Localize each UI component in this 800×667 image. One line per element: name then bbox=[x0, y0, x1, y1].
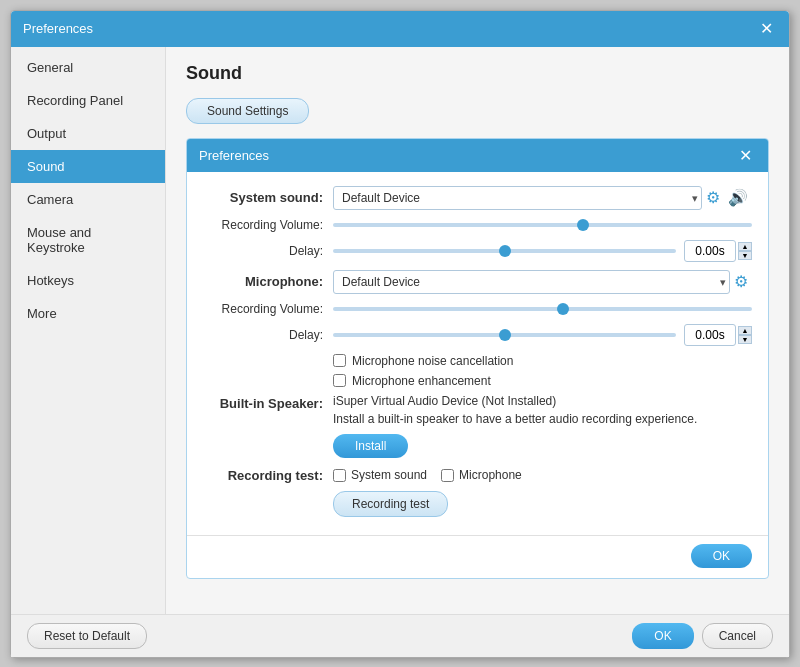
system-recording-volume-row: Recording Volume: bbox=[203, 218, 752, 232]
install-button[interactable]: Install bbox=[333, 434, 408, 458]
main-area: Sound Sound Settings Preferences ✕ Syste… bbox=[166, 47, 789, 614]
recording-test-microphone: Microphone bbox=[441, 468, 522, 482]
pref-dialog-footer: OK bbox=[187, 535, 768, 578]
preferences-dialog: Preferences ✕ System sound: Default Devi… bbox=[186, 138, 769, 579]
sound-settings-button[interactable]: Sound Settings bbox=[186, 98, 309, 124]
mic-delay-down[interactable]: ▼ bbox=[738, 335, 752, 344]
system-recording-volume-label: Recording Volume: bbox=[203, 218, 333, 232]
recording-test-mic-checkbox[interactable] bbox=[441, 469, 454, 482]
pref-dialog-title-bar: Preferences ✕ bbox=[187, 139, 768, 172]
mic-delay-input-wrap: ▲ ▼ bbox=[684, 324, 752, 346]
system-delay-slider[interactable] bbox=[333, 249, 676, 253]
sidebar-item-recording-panel[interactable]: Recording Panel bbox=[11, 84, 165, 117]
built-in-description: Install a built-in speaker to have a bet… bbox=[333, 412, 752, 426]
system-delay-spinners: ▲ ▼ bbox=[738, 242, 752, 260]
system-sound-settings-icon[interactable]: ⚙ bbox=[702, 186, 724, 209]
system-volume-slider[interactable] bbox=[333, 223, 752, 227]
sidebar-item-camera[interactable]: Camera bbox=[11, 183, 165, 216]
system-volume-slider-wrap bbox=[333, 223, 752, 227]
system-delay-input-wrap: ▲ ▼ bbox=[684, 240, 752, 262]
microphone-row: Microphone: Default Device ▾ ⚙ bbox=[203, 270, 752, 294]
recording-test-system-checkbox[interactable] bbox=[333, 469, 346, 482]
built-in-speaker-row: Built-in Speaker: iSuper Virtual Audio D… bbox=[203, 394, 752, 458]
title-bar-title: Preferences bbox=[23, 21, 93, 36]
system-sound-volume-icon[interactable]: 🔊 bbox=[724, 186, 752, 209]
mic-recording-volume-row: Recording Volume: bbox=[203, 302, 752, 316]
footer-ok-button[interactable]: OK bbox=[632, 623, 693, 649]
mic-delay-slider[interactable] bbox=[333, 333, 676, 337]
noise-cancellation-checkbox[interactable] bbox=[333, 354, 346, 367]
window-body: GeneralRecording PanelOutputSoundCameraM… bbox=[11, 47, 789, 614]
reset-to-default-button[interactable]: Reset to Default bbox=[27, 623, 147, 649]
system-delay-input[interactable] bbox=[684, 240, 736, 262]
section-title: Sound bbox=[186, 63, 769, 84]
recording-test-system-sound: System sound bbox=[333, 468, 427, 482]
system-delay-down[interactable]: ▼ bbox=[738, 251, 752, 260]
built-in-speaker-label: Built-in Speaker: bbox=[203, 394, 333, 411]
microphone-select-wrap: Default Device ▾ bbox=[333, 270, 730, 294]
system-sound-label: System sound: bbox=[203, 190, 333, 205]
mic-volume-slider-wrap bbox=[333, 307, 752, 311]
title-bar: Preferences ✕ bbox=[11, 11, 789, 47]
mic-enhancement-row: Microphone enhancement bbox=[333, 374, 752, 388]
sidebar-item-mouse[interactable]: Mouse and Keystroke bbox=[11, 216, 165, 264]
recording-test-btn-row: Recording test bbox=[333, 491, 752, 517]
recording-test-button[interactable]: Recording test bbox=[333, 491, 448, 517]
system-delay-up[interactable]: ▲ bbox=[738, 242, 752, 251]
built-in-speaker-content: iSuper Virtual Audio Device (Not Install… bbox=[333, 394, 752, 458]
pref-dialog-ok-button[interactable]: OK bbox=[691, 544, 752, 568]
mic-delay-up[interactable]: ▲ bbox=[738, 326, 752, 335]
microphone-settings-icon[interactable]: ⚙ bbox=[730, 270, 752, 293]
mic-delay-spinners: ▲ ▼ bbox=[738, 326, 752, 344]
sidebar-item-hotkeys[interactable]: Hotkeys bbox=[11, 264, 165, 297]
pref-dialog-title: Preferences bbox=[199, 148, 269, 163]
mic-volume-slider[interactable] bbox=[333, 307, 752, 311]
noise-cancellation-label: Microphone noise cancellation bbox=[352, 354, 513, 368]
preferences-window: Preferences ✕ GeneralRecording PanelOutp… bbox=[10, 10, 790, 658]
mic-recording-volume-label: Recording Volume: bbox=[203, 302, 333, 316]
footer-right: OK Cancel bbox=[632, 623, 773, 649]
recording-test-mic-label: Microphone bbox=[459, 468, 522, 482]
system-delay-row: Delay: ▲ ▼ bbox=[203, 240, 752, 262]
sidebar-item-sound[interactable]: Sound bbox=[11, 150, 165, 183]
mic-enhancement-checkbox[interactable] bbox=[333, 374, 346, 387]
recording-test-label: Recording test: bbox=[203, 468, 333, 483]
window-footer: Reset to Default OK Cancel bbox=[11, 614, 789, 657]
system-delay-slider-wrap bbox=[333, 249, 676, 253]
pref-dialog-close-button[interactable]: ✕ bbox=[735, 146, 756, 165]
mic-delay-input[interactable] bbox=[684, 324, 736, 346]
recording-test-checks: System sound Microphone bbox=[333, 468, 522, 482]
sidebar-item-more[interactable]: More bbox=[11, 297, 165, 330]
microphone-select[interactable]: Default Device bbox=[333, 270, 730, 294]
mic-enhancement-label: Microphone enhancement bbox=[352, 374, 491, 388]
mic-delay-label: Delay: bbox=[203, 328, 333, 342]
built-in-device-text: iSuper Virtual Audio Device (Not Install… bbox=[333, 394, 752, 408]
system-sound-select[interactable]: Default Device bbox=[333, 186, 702, 210]
sidebar-item-output[interactable]: Output bbox=[11, 117, 165, 150]
sidebar: GeneralRecording PanelOutputSoundCameraM… bbox=[11, 47, 166, 614]
noise-cancellation-row: Microphone noise cancellation bbox=[333, 354, 752, 368]
system-delay-label: Delay: bbox=[203, 244, 333, 258]
system-sound-row: System sound: Default Device ▾ ⚙ 🔊 bbox=[203, 186, 752, 210]
recording-test-system-label: System sound bbox=[351, 468, 427, 482]
window-close-button[interactable]: ✕ bbox=[756, 21, 777, 37]
mic-delay-row: Delay: ▲ ▼ bbox=[203, 324, 752, 346]
microphone-label: Microphone: bbox=[203, 274, 333, 289]
footer-cancel-button[interactable]: Cancel bbox=[702, 623, 773, 649]
recording-test-row: Recording test: System sound Microphone bbox=[203, 468, 752, 483]
system-sound-select-wrap: Default Device ▾ bbox=[333, 186, 702, 210]
mic-delay-slider-wrap bbox=[333, 333, 676, 337]
pref-dialog-body: System sound: Default Device ▾ ⚙ 🔊 bbox=[187, 172, 768, 531]
main-content: Sound Sound Settings Preferences ✕ Syste… bbox=[166, 47, 789, 614]
sidebar-item-general[interactable]: General bbox=[11, 51, 165, 84]
